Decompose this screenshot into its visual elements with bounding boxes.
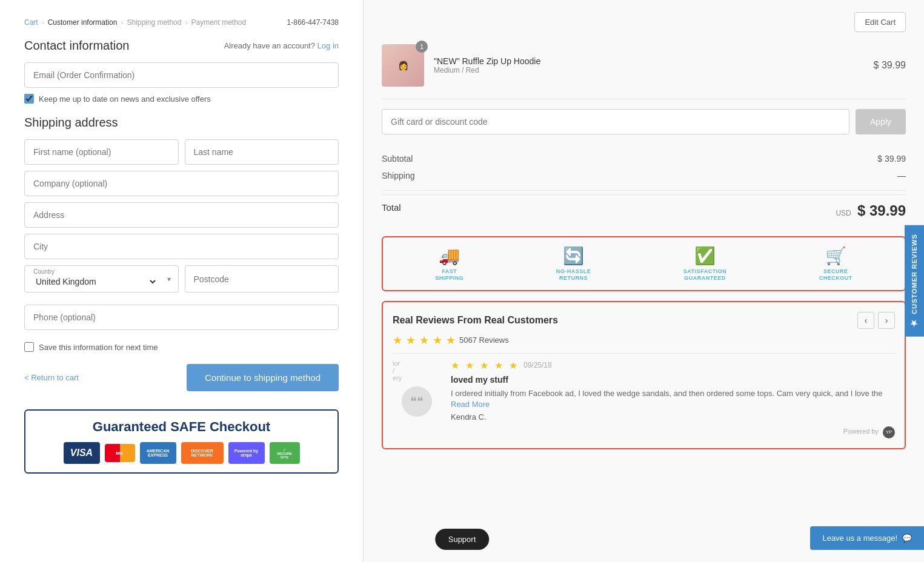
shipping-row: Shipping — xyxy=(382,167,906,184)
discover-icon: DISCOVERNETWORK xyxy=(181,442,224,464)
shipping-label: Shipping xyxy=(382,171,415,180)
customer-reviews-tab[interactable]: ★ CUSTOMER REVIEWS xyxy=(905,225,924,337)
aggregate-rating-row: ★ ★ ★ ★ ★ 5067 Reviews xyxy=(393,334,895,347)
continue-button[interactable]: Continue to shipping method xyxy=(187,364,339,391)
subtotal-value: $ 39.99 xyxy=(877,154,906,164)
form-actions: Return to cart Continue to shipping meth… xyxy=(24,364,339,391)
country-select-wrap: Country United Kingdom ▾ xyxy=(24,265,179,293)
total-label: Total xyxy=(382,202,401,219)
country-label: Country xyxy=(33,268,170,275)
email-field[interactable] xyxy=(24,62,339,88)
returns-label: NO-HASSLERETURNS xyxy=(556,268,591,282)
reviews-title: Real Reviews From Real Customers xyxy=(393,315,558,326)
country-select[interactable]: United Kingdom xyxy=(33,276,158,287)
review-text: I ordered initially from Facebook ad, I … xyxy=(451,388,895,399)
first-name-field[interactable] xyxy=(24,139,179,165)
leave-message-button[interactable]: Leave us a message! 💬 xyxy=(810,526,924,550)
reviews-prev-button[interactable]: ‹ xyxy=(857,312,874,329)
amex-icon: AMERICANEXPRESS xyxy=(140,442,176,464)
contact-title: Contact information xyxy=(24,39,129,53)
review-star-1: ★ xyxy=(451,360,459,371)
breadcrumb: Cart › Customer information › Shipping m… xyxy=(24,18,339,27)
discount-row: Apply xyxy=(382,109,906,134)
reviewer-name: Kendra C. xyxy=(451,412,895,422)
reviews-section: Real Reviews From Real Customers ‹ › ★ ★… xyxy=(382,301,906,449)
total-currency: USD xyxy=(836,209,851,217)
price-summary: Subtotal $ 39.99 Shipping — xyxy=(382,144,906,191)
save-info-checkbox[interactable] xyxy=(24,342,34,352)
newsletter-label: Keep me up to date on news and exclusive… xyxy=(39,94,211,104)
product-price: $ 39.99 xyxy=(874,60,906,71)
reviews-divider xyxy=(393,353,895,354)
payment-icons-row: VISA MC AMERICANEXPRESS DISCOVERNETWORK … xyxy=(38,442,325,464)
return-to-cart-link[interactable]: Return to cart xyxy=(24,373,79,382)
review-star-2: ★ xyxy=(465,360,474,371)
breadcrumb-sep1: › xyxy=(42,18,44,27)
side-tab-label: CUSTOMER REVIEWS xyxy=(911,234,918,314)
city-field[interactable] xyxy=(24,234,339,259)
breadcrumb-cart[interactable]: Cart xyxy=(24,18,38,27)
read-more-link[interactable]: Read More xyxy=(451,400,490,409)
postcode-field[interactable] xyxy=(185,265,339,293)
reviews-header: Real Reviews From Real Customers ‹ › xyxy=(393,312,895,329)
secure-checkout-icon: 🛒 xyxy=(825,246,846,266)
product-image-wrap: 👩 1 xyxy=(382,44,424,87)
product-info: "NEW" Ruffle Zip Up Hoodie Medium / Red xyxy=(434,56,864,74)
review-title: loved my stuff xyxy=(451,375,895,385)
trust-badge-shipping: 🚚 FASTSHIPPING xyxy=(435,246,464,282)
save-info-label: Save this information for next time xyxy=(39,343,158,352)
review-star-3: ★ xyxy=(480,360,488,371)
trust-badge-secure: 🛒 SECURECHECKOUT xyxy=(819,246,853,282)
leave-message-label: Leave us a message! xyxy=(822,534,897,543)
safe-checkout-section: Guaranteed SAFE Checkout VISA MC AMERICA… xyxy=(24,409,339,474)
save-info-row: Save this information for next time xyxy=(24,342,339,352)
satisfaction-icon: ✅ xyxy=(694,246,716,266)
shipping-title: Shipping address xyxy=(24,116,339,130)
support-button[interactable]: Support xyxy=(435,529,490,550)
star-2: ★ xyxy=(406,334,416,347)
total-row: Total USD $ 39.99 xyxy=(382,194,906,226)
review-right-col: ★ ★ ★ ★ ★ 09/25/18 loved my stuff I orde… xyxy=(451,360,895,438)
apply-button[interactable]: Apply xyxy=(856,109,906,134)
safe-checkout-title: Guaranteed SAFE Checkout xyxy=(38,419,325,435)
review-star-5: ★ xyxy=(509,360,517,371)
trust-badges-section: 🚚 FASTSHIPPING 🔄 NO-HASSLERETURNS ✅ SATI… xyxy=(382,236,906,291)
last-name-field[interactable] xyxy=(185,139,339,165)
shipping-value: — xyxy=(897,171,906,180)
breadcrumb-shipping: Shipping method xyxy=(127,18,181,27)
discount-input[interactable] xyxy=(382,109,849,134)
subtotal-label: Subtotal xyxy=(382,154,413,164)
reviews-nav: ‹ › xyxy=(857,312,895,329)
contact-section-header: Contact information Already have an acco… xyxy=(24,39,339,53)
newsletter-checkbox[interactable] xyxy=(24,94,34,104)
satisfaction-label: SATISFACTIONGUARANTEED xyxy=(683,268,726,282)
chat-icon: 💬 xyxy=(902,534,912,543)
reviews-next-button[interactable]: › xyxy=(878,312,895,329)
total-price: $ 39.99 xyxy=(857,202,906,219)
login-link[interactable]: Log in xyxy=(317,41,339,50)
address-field[interactable] xyxy=(24,202,339,228)
shipping-address-section: Shipping address Country United Kingdom … xyxy=(24,116,339,336)
product-variant: Medium / Red xyxy=(434,66,864,74)
review-left-col: lor/ery ❝❝ xyxy=(393,360,441,438)
review-meta-left: lor/ery xyxy=(393,360,441,382)
product-quantity-badge: 1 xyxy=(416,41,428,53)
powered-by: Powered by YP xyxy=(451,426,895,438)
review-count: 5067 Reviews xyxy=(459,336,509,345)
yotpo-logo: YP xyxy=(883,426,895,438)
secure-checkout-label: SECURECHECKOUT xyxy=(819,268,853,282)
breadcrumb-current: Customer information xyxy=(48,18,118,27)
secure-icon: ✓SECURESITE xyxy=(270,442,300,464)
newsletter-row: Keep me up to date on news and exclusive… xyxy=(24,94,339,104)
product-row: 👩 1 "NEW" Ruffle Zip Up Hoodie Medium / … xyxy=(382,32,906,99)
phone-field[interactable] xyxy=(24,305,339,330)
visa-icon: VISA xyxy=(64,442,100,464)
mastercard-icon: MC xyxy=(105,444,135,462)
breadcrumb-payment: Payment method xyxy=(191,18,246,27)
edit-cart-button[interactable]: Edit Cart xyxy=(854,12,906,32)
fast-shipping-label: FASTSHIPPING xyxy=(435,268,464,282)
subtotal-row: Subtotal $ 39.99 xyxy=(382,150,906,167)
country-postcode-row: Country United Kingdom ▾ xyxy=(24,265,339,293)
company-field[interactable] xyxy=(24,171,339,196)
reviewer-avatar: ❝❝ xyxy=(402,386,432,417)
